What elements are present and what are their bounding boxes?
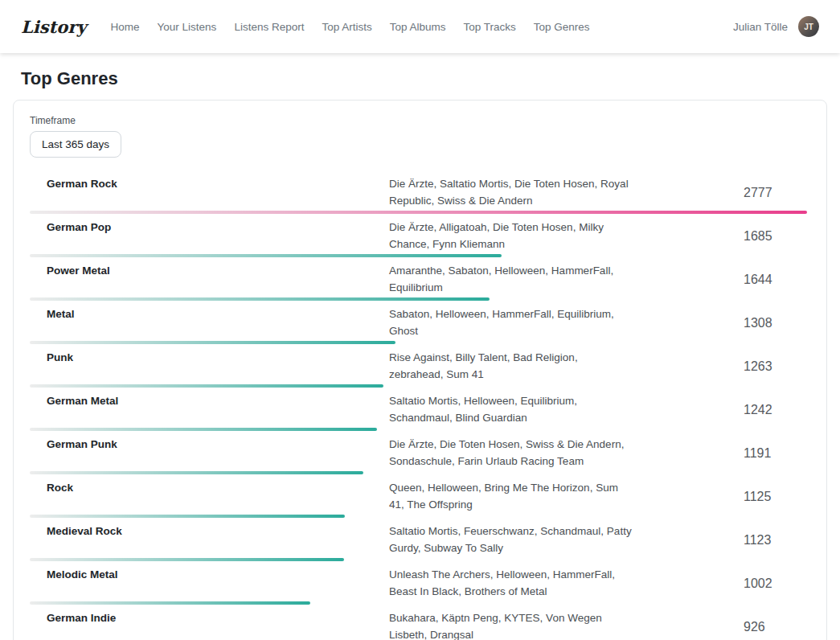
genre-count: 926 <box>744 619 807 635</box>
genre-count: 1263 <box>744 359 807 375</box>
page-title: Top Genres <box>0 68 840 89</box>
genre-artists: Rise Against, Billy Talent, Bad Religion… <box>389 350 632 383</box>
genre-count: 1191 <box>744 445 807 462</box>
nav-item-top-genres[interactable]: Top Genres <box>534 21 590 33</box>
genre-row: Metal Sabaton, Helloween, HammerFall, Eq… <box>30 301 807 344</box>
genre-table: German Rock Die Ärzte, Saltatio Mortis, … <box>30 170 807 640</box>
genre-count: 1123 <box>744 532 807 548</box>
genre-count: 1125 <box>744 489 807 505</box>
nav-item-home[interactable]: Home <box>111 21 140 33</box>
genre-row: Power Metal Amaranthe, Sabaton, Hellowee… <box>30 257 807 301</box>
timeframe-label: Timeframe <box>30 115 807 126</box>
genre-row: German Rock Die Ärzte, Saltatio Mortis, … <box>30 170 807 214</box>
genre-count: 1308 <box>744 315 807 331</box>
genre-artists: Saltatio Mortis, Helloween, Equilibrium,… <box>389 393 632 426</box>
genre-artists: Saltatio Mortis, Feuerschwanz, Schandmau… <box>389 523 632 556</box>
brand-logo[interactable]: Listory <box>21 17 87 37</box>
genre-name: German Pop <box>30 219 389 236</box>
genre-count: 2777 <box>744 185 807 201</box>
nav-item-top-artists[interactable]: Top Artists <box>322 21 371 33</box>
genre-artists: Die Ärzte, Die Toten Hosen, Swiss & Die … <box>389 437 632 470</box>
genre-row: German Metal Saltatio Mortis, Helloween,… <box>30 388 807 431</box>
genre-row: Rock Queen, Helloween, Bring Me The Hori… <box>30 474 807 518</box>
top-nav: Listory HomeYour ListensListens ReportTo… <box>0 0 840 53</box>
main-nav: HomeYour ListensListens ReportTop Artist… <box>111 21 590 33</box>
genre-name: German Punk <box>30 437 389 453</box>
genre-name: German Rock <box>30 176 389 193</box>
avatar[interactable]: JT <box>798 16 819 37</box>
timeframe-select[interactable]: Last 365 days <box>30 131 121 158</box>
genre-artists: Amaranthe, Sabaton, Helloween, HammerFal… <box>389 263 632 296</box>
genre-row: Medieval Rock Saltatio Mortis, Feuerschw… <box>30 518 807 561</box>
genre-artists: Die Ärzte, Alligatoah, Die Toten Hosen, … <box>389 219 632 252</box>
genre-artists: Bukahara, Käptn Peng, KYTES, Von Wegen L… <box>389 610 632 640</box>
genre-count: 1644 <box>744 272 807 288</box>
genre-name: Power Metal <box>30 263 389 280</box>
nav-item-listens-report[interactable]: Listens Report <box>234 21 304 33</box>
user-menu[interactable]: Julian Tölle JT <box>733 16 819 37</box>
nav-item-top-albums[interactable]: Top Albums <box>390 21 446 33</box>
genre-name: Metal <box>30 306 389 323</box>
top-genres-card: Timeframe Last 365 days German Rock Die … <box>13 100 827 640</box>
genre-name: Punk <box>30 350 389 367</box>
genre-row: Punk Rise Against, Billy Talent, Bad Rel… <box>30 344 807 388</box>
nav-item-your-listens[interactable]: Your Listens <box>158 21 217 33</box>
genre-artists: Queen, Helloween, Bring Me The Horizon, … <box>389 480 632 513</box>
genre-name: Melodic Metal <box>30 567 389 584</box>
nav-item-top-tracks[interactable]: Top Tracks <box>464 21 516 33</box>
genre-count: 1685 <box>744 228 807 244</box>
genre-name: German Metal <box>30 393 389 410</box>
genre-row: Melodic Metal Unleash The Archers, Hello… <box>30 561 807 605</box>
avatar-initials: JT <box>804 23 813 31</box>
genre-name: Rock <box>30 480 389 497</box>
genre-name: German Indie <box>30 610 389 627</box>
genre-row: German Pop Die Ärzte, Alligatoah, Die To… <box>30 214 807 257</box>
genre-row: German Punk Die Ärzte, Die Toten Hosen, … <box>30 431 807 474</box>
genre-count: 1242 <box>744 402 807 418</box>
genre-artists: Unleash The Archers, Helloween, HammerFa… <box>389 567 632 600</box>
genre-artists: Die Ärzte, Saltatio Mortis, Die Toten Ho… <box>389 176 632 209</box>
genre-count: 1002 <box>744 576 807 592</box>
genre-artists: Sabaton, Helloween, HammerFall, Equilibr… <box>389 306 632 339</box>
genre-name: Medieval Rock <box>30 523 389 540</box>
main-content: Top Genres Timeframe Last 365 days Germa… <box>0 68 840 640</box>
genre-row: German Indie Bukahara, Käptn Peng, KYTES… <box>30 605 807 640</box>
user-name: Julian Tölle <box>733 21 788 33</box>
